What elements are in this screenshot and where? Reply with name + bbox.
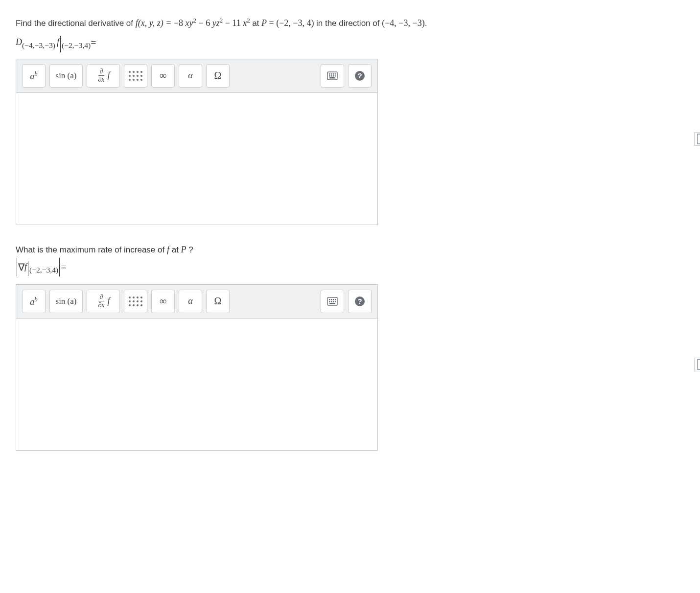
keyboard-button[interactable] [321, 64, 344, 88]
expr2-f: f [24, 260, 27, 274]
problem1-atP: at [252, 19, 261, 28]
toolbar-1: ab sin (a) ∂ ∂x f ∞ α Ω [16, 59, 378, 93]
help-icon: ? [354, 296, 365, 307]
problem1-direction-value: (−4, −3, −3) [382, 18, 424, 28]
partial-derivative-button[interactable]: ∂ ∂x f [87, 290, 120, 313]
expr2-nabla: ∇ [18, 260, 24, 274]
partial-derivative-button[interactable]: ∂ ∂x f [87, 64, 120, 88]
problem1-func: f(x, y, z) = −8 xy2 − 6 yz2 − 11 x2 [136, 18, 252, 28]
matrix-icon [129, 71, 142, 81]
page-preview-icon [697, 359, 700, 370]
svg-rect-9 [329, 77, 335, 79]
norm-bar-left-icon [17, 258, 17, 276]
answer-input-2[interactable] [16, 319, 378, 451]
eval-bar-icon [60, 36, 61, 52]
svg-rect-4 [335, 73, 336, 75]
exponent-button[interactable]: ab [22, 290, 46, 313]
input-editor-2: ab sin (a) ∂ ∂x f ∞ α Ω [16, 284, 684, 451]
svg-rect-18 [335, 299, 336, 300]
svg-rect-15 [329, 299, 330, 300]
expr1-D-sub: (−4,−3,−3) [22, 40, 55, 51]
matrix-button[interactable] [124, 290, 147, 313]
page-preview-button-2[interactable] [694, 358, 700, 371]
svg-rect-20 [331, 301, 332, 302]
page-preview-icon [697, 134, 700, 144]
keyboard-button[interactable] [321, 290, 344, 313]
help-button[interactable]: ? [348, 64, 372, 88]
help-icon: ? [354, 70, 365, 81]
svg-rect-6 [331, 75, 332, 77]
expr2-eval-sub: (−2,−3,4) [29, 264, 58, 275]
matrix-icon [129, 296, 142, 306]
problem1-prefix: Find the directional derivative of [16, 19, 136, 28]
infinity-button[interactable]: ∞ [151, 290, 175, 313]
svg-rect-17 [333, 299, 334, 300]
svg-rect-8 [335, 75, 336, 77]
expr1: D (−4,−3,−3) f (−2,−3,4) = [16, 34, 684, 51]
svg-rect-22 [335, 301, 336, 302]
norm-bar-right-icon [59, 258, 60, 276]
svg-rect-1 [329, 73, 330, 75]
problem2-text: What is the maximum rate of increase of … [16, 245, 684, 255]
sin-button[interactable]: sin (a) [49, 290, 83, 313]
svg-text:?: ? [357, 297, 362, 305]
svg-rect-21 [333, 301, 334, 302]
problem1-directionof: in the direction of [316, 19, 382, 28]
expr1-equals: = [91, 35, 96, 50]
omega-button[interactable]: Ω [206, 290, 230, 313]
expr1-eval-sub: (−2,−3,4) [62, 40, 91, 51]
svg-rect-3 [333, 73, 334, 75]
svg-rect-23 [329, 303, 335, 304]
infinity-button[interactable]: ∞ [151, 64, 175, 88]
omega-button[interactable]: Ω [206, 64, 230, 88]
svg-rect-16 [331, 299, 332, 300]
alpha-button[interactable]: α [179, 290, 202, 313]
svg-rect-7 [333, 75, 334, 77]
problem1-text: Find the directional derivative of f(x, … [16, 16, 684, 30]
keyboard-icon [327, 71, 338, 80]
answer-input-1[interactable] [16, 93, 378, 225]
svg-rect-19 [329, 301, 330, 302]
help-button[interactable]: ? [348, 290, 372, 313]
expr1-D: D [16, 36, 22, 49]
input-editor-1: ab sin (a) ∂ ∂x f ∞ α Ω [16, 59, 684, 225]
matrix-button[interactable] [124, 64, 147, 88]
page-preview-button-1[interactable] [694, 132, 700, 146]
sin-button[interactable]: sin (a) [49, 64, 83, 88]
svg-rect-5 [329, 75, 330, 77]
alpha-button[interactable]: α [179, 64, 202, 88]
expr2: ∇ f (−2,−3,4) = [16, 258, 684, 276]
expr1-f: f [57, 36, 59, 49]
keyboard-icon [327, 297, 338, 306]
problem1-P: P = (−2, −3, 4) [261, 18, 316, 28]
eval-bar-icon-2 [28, 261, 28, 276]
exponent-button[interactable]: ab [22, 64, 46, 88]
toolbar-2: ab sin (a) ∂ ∂x f ∞ α Ω [16, 284, 378, 319]
svg-text:?: ? [357, 71, 362, 80]
expr2-equals: = [61, 260, 66, 274]
svg-rect-2 [331, 73, 332, 75]
